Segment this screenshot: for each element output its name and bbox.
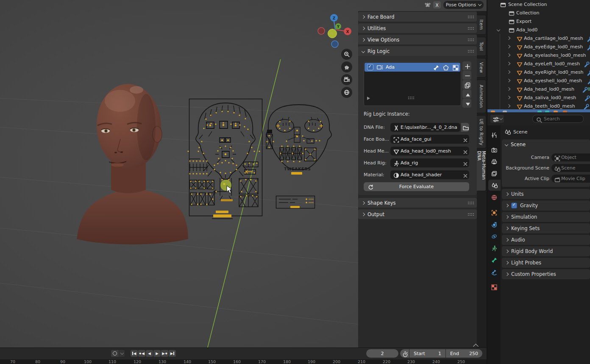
outliner-selected-row-partial[interactable] (487, 109, 590, 112)
pose-mirror-x-button[interactable] (424, 1, 432, 8)
jump-to-start-button[interactable]: ◀ (131, 350, 138, 357)
tab-ue-to-rigify[interactable]: UE to Rigify (477, 115, 486, 148)
zoom-tool-button[interactable] (341, 49, 352, 60)
tab-view-layer-properties[interactable] (487, 168, 501, 179)
tab-animation[interactable]: Animation (477, 80, 486, 113)
duplicate-instance-button[interactable] (462, 80, 471, 89)
next-keyframe-button[interactable]: ▶◆ (161, 350, 168, 357)
outliner-row-mesh[interactable]: Ada_eyeshell_lod0_mesh (487, 76, 590, 85)
tab-tool-properties[interactable] (487, 129, 501, 140)
navigation-gizmo[interactable]: Y Z X (316, 12, 355, 51)
properties-search[interactable] (532, 115, 584, 123)
panel-header-shape-keys[interactable]: Shape Keys (358, 198, 477, 208)
face-board-field[interactable]: Ada_face_gui (390, 135, 469, 144)
list-filter-expander[interactable] (367, 97, 370, 100)
panel-simulation[interactable]: Simulation (502, 212, 590, 222)
current-frame-field[interactable]: 2 (366, 349, 398, 358)
chevron-right-icon[interactable] (507, 53, 510, 57)
panel-header-rig-logic[interactable]: Rig Logic (358, 46, 477, 56)
mirror-axis-x-toggle[interactable]: X (433, 1, 441, 8)
outliner-row-mesh[interactable]: Ada_eyeEdge_lod0_mesh (487, 42, 590, 51)
chevron-down-icon[interactable] (497, 28, 500, 31)
tab-tool[interactable]: Tool (477, 37, 486, 56)
outliner-row-mesh[interactable]: Ada_teeth_lod0_mesh (487, 102, 590, 110)
face-board-main[interactable] (187, 99, 262, 219)
panel-units[interactable]: Units (502, 189, 590, 199)
outliner-row-mesh[interactable]: Ada_saliva_lod0_mesh (487, 93, 590, 102)
clear-icon[interactable] (462, 149, 467, 153)
chevron-right-icon[interactable] (507, 62, 510, 65)
chevron-right-icon[interactable] (507, 45, 510, 48)
move-view-tool-button[interactable] (341, 61, 352, 72)
play-reverse-button[interactable]: ◀ (146, 350, 153, 357)
head-rig-field[interactable]: Ada_rig (390, 158, 469, 167)
gravity-checkbox[interactable] (511, 203, 517, 208)
tab-item[interactable]: Item (477, 15, 486, 35)
tab-view[interactable]: View (477, 58, 486, 78)
head-mesh-field[interactable]: Ada_head_lod0_mesh (390, 147, 469, 156)
force-evaluate-button[interactable]: Force Evaluate (364, 182, 469, 191)
tab-bone-constraint-properties[interactable] (487, 266, 501, 277)
panel-header-face-board[interactable]: Face Board (358, 12, 477, 22)
3d-viewport[interactable]: TWEAKERS Y Z X (0, 0, 487, 364)
end-frame-field[interactable]: End 250 (446, 349, 482, 358)
perspective-toggle-button[interactable] (341, 87, 352, 98)
outliner-row-ada-lod0[interactable]: Ada_lod0 (487, 25, 590, 34)
timeline-ruler[interactable]: 70 80 90 100 110 120 130 140 150 160 170… (0, 359, 487, 364)
drag-grip-icon[interactable] (468, 201, 474, 205)
panel-custom-properties[interactable]: Custom Properties (502, 269, 590, 279)
start-frame-field[interactable]: Start 1 (409, 349, 445, 358)
head-model[interactable] (77, 82, 188, 245)
prev-keyframe-button[interactable]: ◆◀ (138, 350, 145, 357)
enabled-checkbox[interactable] (367, 64, 373, 70)
outliner-row-mesh[interactable]: Ada_eyeRight_lod0_mesh (487, 68, 590, 76)
drag-grip-icon[interactable] (468, 15, 474, 19)
tab-physics-properties[interactable] (487, 219, 501, 230)
gizmo-neg-y-axis[interactable] (328, 29, 337, 38)
tab-output-properties[interactable] (487, 156, 501, 167)
scene-panel-header[interactable]: Scene (505, 142, 526, 147)
chevron-right-icon[interactable] (507, 70, 510, 74)
use-preview-range-button[interactable] (400, 349, 409, 358)
chevron-right-icon[interactable] (507, 104, 510, 108)
tab-constraint-properties[interactable] (487, 231, 501, 242)
editor-type-selector[interactable] (490, 115, 504, 123)
material-field[interactable]: Ada_head_shader (390, 170, 469, 179)
search-input[interactable] (543, 116, 579, 122)
remove-instance-button[interactable] (462, 71, 471, 80)
tab-texture-properties[interactable] (487, 281, 501, 292)
chevron-right-icon[interactable] (507, 79, 510, 82)
play-button[interactable]: ▶ (153, 350, 161, 357)
chevron-right-icon[interactable] (507, 96, 510, 99)
tab-armature-data-properties[interactable] (487, 242, 501, 253)
panel-header-view-options[interactable]: View Options (358, 35, 477, 44)
panel-header-output[interactable]: Output (358, 209, 477, 219)
active-clip-field[interactable]: Movie Clip (551, 175, 590, 183)
pose-options-dropdown[interactable]: Pose Options (443, 1, 484, 9)
clear-icon[interactable] (462, 161, 467, 165)
drag-grip-icon[interactable] (468, 213, 474, 216)
tab-render-properties[interactable] (487, 144, 501, 155)
panel-light-probes[interactable]: Light Probes (502, 258, 590, 268)
panel-keying-sets[interactable]: Keying Sets (502, 223, 590, 233)
outliner-row-mesh[interactable]: Ada_eyelashes_lod0_mesh (487, 51, 590, 59)
outliner-row-mesh[interactable]: Ada_head_lod0_mesh (487, 85, 590, 93)
panel-gravity[interactable]: Gravity (502, 200, 590, 211)
tab-meta-human-dna[interactable]: Meta-Human DNA (477, 150, 486, 191)
outliner-row-collection[interactable]: Collection (487, 8, 590, 17)
clear-icon[interactable] (462, 172, 467, 177)
tab-scene-properties[interactable] (488, 180, 501, 191)
gizmo-neg-z-axis[interactable] (331, 41, 338, 47)
clear-icon[interactable] (462, 137, 467, 142)
tab-object-properties[interactable] (487, 207, 501, 218)
auto-keying-button[interactable] (111, 350, 119, 357)
panel-header-utilities[interactable]: Utilities (358, 23, 477, 33)
chevron-right-icon[interactable] (507, 87, 510, 91)
tab-bone-properties[interactable] (487, 254, 501, 265)
gizmo-neg-x-axis[interactable] (318, 28, 325, 34)
face-board-tweakers[interactable]: TWEAKERS (266, 105, 331, 175)
outliner-row-mesh[interactable]: Ada_eyeLeft_lod0_mesh (487, 59, 590, 68)
drag-grip-icon[interactable] (468, 38, 474, 42)
move-down-button[interactable] (462, 99, 471, 108)
camera-field[interactable]: Object (551, 153, 590, 161)
